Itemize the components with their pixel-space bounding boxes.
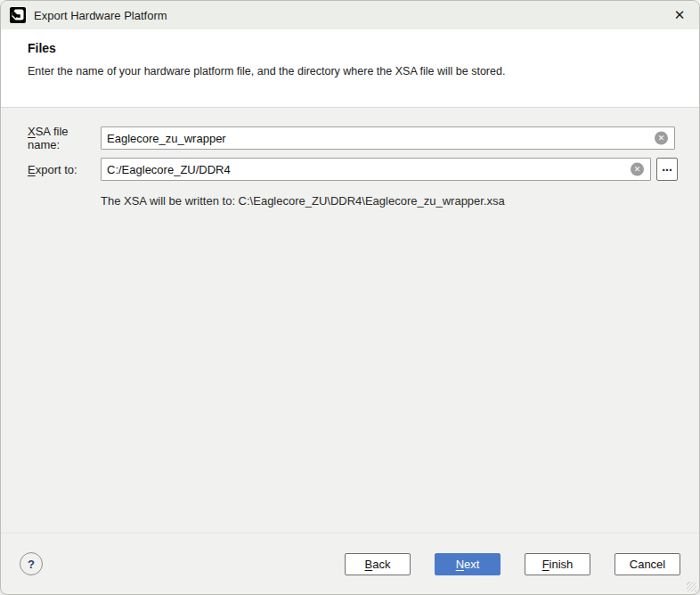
export-to-row: Export to: ✕ ... [28,158,699,181]
export-to-input[interactable] [101,158,651,181]
question-mark-icon: ? [28,558,35,571]
finish-mnemonic: F [542,558,549,571]
page-title: Files [28,41,672,55]
xsa-path-note: The XSA will be written to: C:\Eaglecore… [101,194,699,208]
resize-grip[interactable] [687,582,696,591]
export-label-mnemonic: E [28,163,36,176]
xsa-clear-icon[interactable]: ✕ [655,132,668,145]
finish-rest: inish [549,558,574,571]
button-row: Back Next Finish Cancel [345,553,680,575]
help-button[interactable]: ? [20,552,43,575]
titlebar: Export Hardware Platform ✕ [1,1,699,29]
vivado-logo-icon [10,7,26,23]
close-button[interactable]: ✕ [660,1,699,29]
xsa-file-name-input[interactable] [101,126,675,150]
xsa-input-wrap: ✕ [101,126,675,150]
close-icon: ✕ [674,7,686,23]
next-rest: ext [464,558,479,571]
browse-button[interactable]: ... [656,158,678,181]
export-label-rest: xport to: [36,163,77,176]
xsa-file-name-label: XSA file name: [28,125,101,151]
back-rest: ack [372,558,390,571]
back-button[interactable]: Back [345,553,411,575]
window-title: Export Hardware Platform [34,9,167,22]
dialog-body: XSA file name: ✕ Export to: ✕ ... The XS… [1,108,699,208]
xsa-file-name-row: XSA file name: ✕ [28,125,699,151]
next-mnemonic: N [456,558,464,571]
next-button[interactable]: Next [435,553,501,575]
cancel-button[interactable]: Cancel [615,553,680,575]
export-to-label: Export to: [28,163,101,176]
finish-button[interactable]: Finish [525,553,590,575]
export-clear-icon[interactable]: ✕ [631,163,644,176]
xsa-label-mnemonic: X [28,125,36,138]
export-input-wrap: ✕ [101,158,651,181]
export-hardware-platform-dialog: Export Hardware Platform ✕ Files Enter t… [0,0,700,595]
dialog-header: Files Enter the name of your hardware pl… [1,29,699,108]
back-mnemonic: B [365,558,373,571]
page-description: Enter the name of your hardware platform… [28,65,672,77]
cancel-label: Cancel [630,558,665,571]
dialog-footer: ? Back Next Finish Cancel [1,533,699,594]
